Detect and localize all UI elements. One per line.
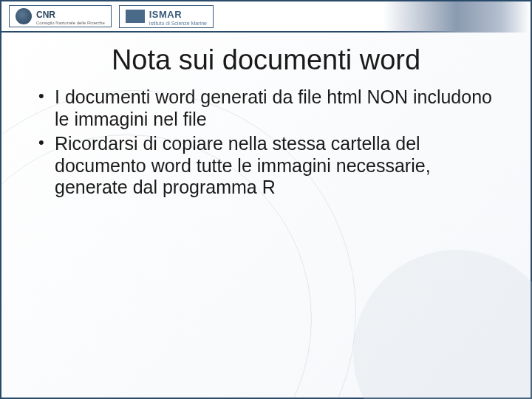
- logo-cnr: CNR Consiglio Nazionale delle Ricerche: [9, 5, 112, 27]
- logo-ismar: ISMAR Istituto di Scienze Marine: [119, 5, 214, 28]
- bullet-list: I documenti word generati da file html N…: [24, 86, 508, 199]
- logo-cnr-subtitle: Consiglio Nazionale delle Ricerche: [36, 21, 105, 25]
- slide-content: Nota sui documenti word I documenti word…: [1, 33, 531, 199]
- logo-cnr-name: CNR: [36, 10, 55, 20]
- header-bar: CNR Consiglio Nazionale delle Ricerche I…: [1, 1, 531, 33]
- logo-ismar-subtitle: Istituto di Scienze Marine: [149, 21, 207, 26]
- bg-decoration: [353, 250, 532, 399]
- slide: CNR Consiglio Nazionale delle Ricerche I…: [0, 0, 532, 399]
- list-item: Ricordarsi di copiare nella stessa carte…: [38, 133, 508, 199]
- logo-ismar-name: ISMAR: [149, 9, 182, 20]
- header-gradient: [383, 1, 531, 33]
- ismar-emblem-icon: [126, 10, 145, 23]
- slide-title: Nota sui documenti word: [24, 44, 508, 76]
- cnr-emblem-icon: [16, 8, 32, 24]
- list-item: I documenti word generati da file html N…: [38, 86, 508, 130]
